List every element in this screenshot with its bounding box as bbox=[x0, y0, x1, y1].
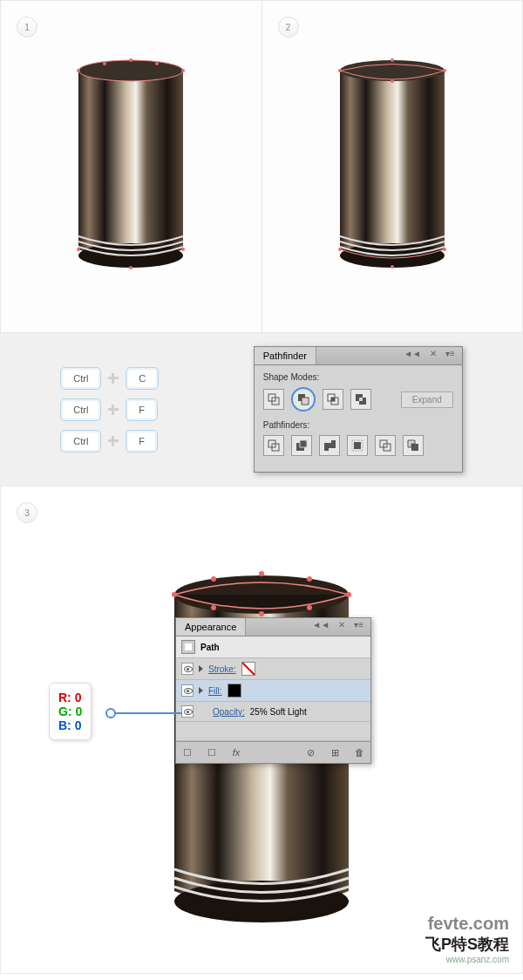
visibility-toggle[interactable] bbox=[181, 663, 194, 675]
plus-icon bbox=[106, 403, 120, 417]
menu-icon[interactable]: ▾≡ bbox=[350, 618, 367, 631]
step-number-3: 3 bbox=[17, 502, 37, 523]
svg-point-14 bbox=[391, 58, 394, 62]
delete-icon[interactable]: 🗑 bbox=[351, 745, 367, 759]
pathfinder-panel: Pathfinder ◄◄ ✕ ▾≡ Shape Modes: Expand P… bbox=[254, 346, 463, 473]
pathfinder-tab[interactable]: Pathfinder bbox=[255, 347, 316, 364]
appearance-tab[interactable]: Appearance bbox=[176, 618, 246, 636]
svg-point-40 bbox=[172, 592, 177, 597]
svg-point-41 bbox=[346, 592, 351, 597]
key-ctrl: Ctrl bbox=[60, 430, 101, 453]
menu-icon[interactable]: ▾≡ bbox=[442, 347, 458, 360]
stroke-link[interactable]: Stroke: bbox=[208, 664, 236, 674]
pathfinders-label: Pathfinders: bbox=[263, 420, 453, 430]
svg-point-17 bbox=[443, 248, 446, 251]
divide-button[interactable] bbox=[263, 435, 284, 456]
step-number-2: 2 bbox=[278, 17, 299, 37]
svg-rect-33 bbox=[354, 442, 361, 449]
unite-button[interactable] bbox=[263, 389, 284, 410]
outline-button[interactable] bbox=[375, 435, 396, 456]
expand-icon[interactable] bbox=[199, 687, 203, 694]
rgb-callout: R: 0 G: 0 B: 0 bbox=[49, 683, 92, 740]
svg-point-4 bbox=[103, 62, 106, 65]
svg-rect-22 bbox=[302, 398, 309, 405]
keyboard-shortcuts: Ctrl C Ctrl F Ctrl F bbox=[60, 367, 159, 453]
expand-button[interactable]: Expand bbox=[401, 391, 453, 408]
svg-point-0 bbox=[78, 60, 183, 81]
visibility-toggle[interactable] bbox=[181, 684, 194, 697]
empty-row bbox=[176, 722, 370, 741]
svg-point-18 bbox=[391, 265, 394, 269]
panel-header: Appearance ◄◄ ✕ ▾≡ bbox=[176, 618, 370, 636]
svg-rect-37 bbox=[411, 444, 418, 451]
clear-icon[interactable]: ⊘ bbox=[302, 745, 318, 759]
watermark-site: fevte.com bbox=[425, 914, 509, 934]
step-1-cell: 1 bbox=[1, 1, 262, 332]
plus-icon bbox=[106, 371, 120, 385]
pathfinder-body: Shape Modes: Expand Pathfinders: bbox=[255, 365, 462, 472]
fill-swatch[interactable] bbox=[228, 684, 241, 698]
shape-modes-label: Shape Modes: bbox=[263, 372, 453, 382]
svg-point-9 bbox=[129, 266, 132, 269]
svg-point-12 bbox=[338, 69, 342, 72]
plus-icon bbox=[106, 434, 120, 448]
svg-point-8 bbox=[181, 248, 185, 251]
opacity-link[interactable]: Opacity: bbox=[213, 707, 245, 717]
stroke-swatch[interactable] bbox=[241, 662, 255, 676]
key-c: C bbox=[126, 367, 159, 390]
svg-point-45 bbox=[307, 576, 312, 582]
merge-button[interactable] bbox=[319, 435, 340, 456]
duplicate-icon[interactable]: ⊞ bbox=[327, 745, 343, 759]
panel-controls: ◄◄ ✕ ▾≡ bbox=[309, 618, 367, 631]
stroke-row[interactable]: Stroke: bbox=[176, 658, 370, 680]
intersect-button[interactable] bbox=[323, 389, 343, 410]
minus-back-button[interactable] bbox=[403, 435, 424, 456]
key-ctrl: Ctrl bbox=[60, 367, 101, 390]
svg-point-3 bbox=[181, 69, 185, 72]
collapse-icon[interactable]: ◄◄ bbox=[400, 347, 425, 360]
expand-icon[interactable] bbox=[199, 665, 203, 672]
step-2-cell: 2 bbox=[262, 1, 523, 332]
opacity-row[interactable]: Opacity: 25% Soft Light bbox=[176, 702, 370, 722]
crop-button[interactable] bbox=[347, 435, 368, 456]
shortcuts-and-pathfinder: Ctrl C Ctrl F Ctrl F Pathfinder ◄◄ ✕ ▾≡ … bbox=[0, 333, 523, 486]
cylinder-step-2 bbox=[336, 53, 449, 280]
exclude-button[interactable] bbox=[350, 389, 371, 410]
svg-rect-32 bbox=[300, 440, 307, 447]
appearance-panel: Appearance ◄◄ ✕ ▾≡ Path Stroke: Fill: bbox=[175, 617, 371, 764]
add-fill-icon[interactable]: fx bbox=[228, 745, 244, 759]
appearance-footer: ☐ ☐ fx ⊘ ⊞ 🗑 bbox=[176, 741, 370, 763]
rgb-r: R: 0 bbox=[58, 691, 82, 704]
svg-rect-28 bbox=[359, 398, 363, 401]
shortcut-row: Ctrl C bbox=[60, 367, 159, 390]
fill-row[interactable]: Fill: bbox=[176, 680, 370, 702]
svg-point-5 bbox=[155, 62, 159, 65]
svg-point-10 bbox=[340, 60, 445, 81]
close-icon[interactable]: ✕ bbox=[426, 347, 440, 360]
pathfinders-row bbox=[263, 435, 453, 456]
key-ctrl: Ctrl bbox=[60, 398, 101, 421]
panel-header: Pathfinder ◄◄ ✕ ▾≡ bbox=[255, 347, 462, 365]
add-stroke-icon[interactable]: ☐ bbox=[204, 745, 220, 759]
collapse-icon[interactable]: ◄◄ bbox=[309, 618, 333, 631]
key-f: F bbox=[126, 430, 158, 453]
svg-point-6 bbox=[129, 58, 132, 62]
svg-point-2 bbox=[77, 69, 80, 72]
svg-point-49 bbox=[106, 709, 115, 718]
svg-point-15 bbox=[391, 79, 394, 83]
new-art-icon[interactable]: ☐ bbox=[180, 745, 195, 759]
close-icon[interactable]: ✕ bbox=[335, 618, 349, 631]
step-3-section: 3 Appearance ◄◄ ✕ ▾≡ bbox=[0, 486, 523, 974]
shape-modes-row: Expand bbox=[263, 387, 453, 412]
visibility-toggle[interactable] bbox=[181, 705, 194, 718]
trim-button[interactable] bbox=[291, 435, 312, 456]
shortcut-row: Ctrl F bbox=[60, 430, 159, 453]
opacity-value: 25% Soft Light bbox=[250, 707, 307, 717]
minus-front-button[interactable] bbox=[291, 387, 316, 412]
fill-link[interactable]: Fill: bbox=[208, 686, 222, 696]
panel-controls: ◄◄ ✕ ▾≡ bbox=[400, 347, 458, 360]
path-label: Path bbox=[200, 643, 220, 652]
key-f: F bbox=[126, 398, 158, 421]
svg-point-44 bbox=[211, 576, 216, 582]
watermark-psanz: www.psanz.com bbox=[425, 955, 509, 964]
